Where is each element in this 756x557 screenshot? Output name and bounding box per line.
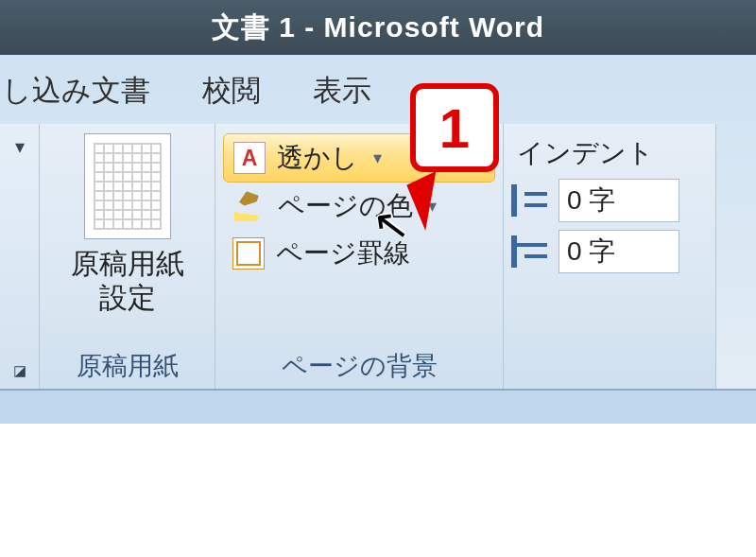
group-indent: インデント 0 字 0 字 (504, 124, 716, 389)
grid-pattern-icon (94, 143, 162, 230)
page-borders-button[interactable]: ページ罫線 (223, 230, 495, 277)
group-label-page-background: ページの背景 (223, 345, 495, 385)
ribbon-groups: ▾ ◪ 原稿用紙 設定 原稿用紙 A 透かし ▾ ページの色 (0, 124, 756, 389)
manuscript-paper-button[interactable]: 原稿用紙 設定 (71, 247, 184, 315)
indent-right-input[interactable]: 0 字 (558, 230, 679, 273)
dropdown-caret-icon: ▾ (373, 148, 382, 168)
mouse-cursor-icon: ↖ (369, 197, 413, 252)
tab-view[interactable]: 表示 (313, 71, 371, 111)
indent-decrease-icon (511, 235, 551, 268)
page-color-button[interactable]: ページの色 ▾ (223, 183, 495, 230)
document-area (0, 391, 756, 557)
indent-increase-icon (511, 184, 551, 217)
paint-bucket-icon (232, 189, 266, 223)
window-title: 文書 1 - Microsoft Word (212, 9, 544, 47)
tab-mailings[interactable]: し込み文書 (2, 71, 150, 111)
indent-left-input[interactable]: 0 字 (558, 179, 679, 222)
ribbon-tabs: し込み文書 校閲 表示 (0, 58, 756, 124)
tab-review[interactable]: 校閲 (202, 71, 261, 111)
indent-right-row: 0 字 (511, 230, 708, 273)
dialog-launcher-icon[interactable]: ◪ (13, 362, 26, 379)
group-label-manuscript: 原稿用紙 (77, 345, 179, 385)
title-bar: 文書 1 - Microsoft Word (0, 0, 756, 55)
dropdown-caret-icon[interactable]: ▾ (15, 135, 25, 158)
indent-left-row: 0 字 (511, 179, 708, 222)
group-manuscript-paper: 原稿用紙 設定 原稿用紙 (40, 124, 215, 389)
manuscript-paper-icon[interactable] (84, 133, 171, 239)
watermark-label: 透かし (277, 140, 358, 176)
indent-title: インデント (511, 135, 708, 171)
annotation-callout: 1 (410, 83, 499, 172)
watermark-icon: A (233, 142, 266, 174)
ribbon-collapse-column: ▾ ◪ (0, 124, 40, 389)
page-border-icon (232, 237, 265, 270)
